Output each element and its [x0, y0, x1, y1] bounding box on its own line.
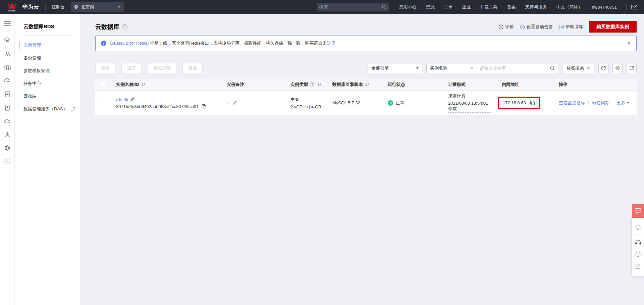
feedback-form-button[interactable]	[634, 261, 642, 271]
menu-resources[interactable]: 资源	[426, 4, 435, 10]
feedback-button[interactable]: 评价	[498, 24, 514, 30]
auto-scaling-service-icon[interactable]	[3, 63, 11, 71]
row-checkbox[interactable]	[101, 100, 101, 106]
cdn-globe-service-icon[interactable]	[3, 144, 11, 152]
customer-service-button[interactable]	[634, 237, 642, 247]
cell-private-ip: 172.16.0.63	[496, 97, 553, 109]
sidebar-item-parameter-templates[interactable]: 参数模板管理	[15, 64, 80, 77]
search-icon[interactable]	[382, 5, 386, 9]
cell-remark: --	[221, 100, 285, 105]
global-search[interactable]	[317, 3, 389, 11]
huawei-logo[interactable]: HUAWEI	[5, 3, 19, 12]
change-billing-link[interactable]: 转包周期	[592, 100, 609, 106]
divider	[45, 4, 46, 10]
edit-remark-icon[interactable]	[232, 101, 236, 105]
auto-alarm-button[interactable]: ? 设置自动告警	[520, 24, 553, 30]
divider	[613, 101, 613, 105]
cell-name-id: rds-dli 3971fd0e3bb6402aab068ef2cc80740c…	[111, 97, 221, 109]
account-name[interactable]: hw84740751	[592, 5, 617, 10]
sort-icon[interactable]	[317, 83, 322, 87]
satisfaction-survey-button[interactable]	[634, 222, 642, 232]
cell-status: 正常	[382, 100, 443, 106]
instance-name-link[interactable]: rds-dli	[116, 97, 128, 102]
beacon-service-icon[interactable]	[3, 131, 11, 139]
renew-button[interactable]: 续费	[95, 63, 115, 73]
document-service-icon[interactable]	[3, 104, 11, 112]
buy-database-instance-button[interactable]: 购买数据库实例	[589, 21, 637, 33]
search-input[interactable]	[319, 5, 382, 10]
region-label: 北京四	[81, 4, 115, 10]
batch-buttons: 续费 退订 转包周期 重启	[95, 63, 203, 73]
help-button[interactable]: ?	[634, 249, 642, 259]
col-private-ip: 内网地址	[496, 82, 553, 88]
sort-icon[interactable]	[141, 83, 146, 87]
select-all-checkbox[interactable]	[101, 82, 105, 87]
copy-id-icon[interactable]	[202, 104, 206, 109]
cloud-clock-service-icon[interactable]	[3, 117, 11, 125]
change-to-yearly-button[interactable]: 转包周期	[148, 63, 176, 73]
refresh-button[interactable]	[598, 63, 608, 73]
region-selector[interactable]: 北京四	[71, 2, 124, 12]
copy-ip-icon[interactable]	[530, 100, 535, 105]
double-chevron-down-icon	[586, 66, 590, 70]
sidebar-item-recycle-bin[interactable]: 回收站	[15, 90, 80, 103]
menu-icp[interactable]: 备案	[507, 4, 516, 10]
divider	[634, 235, 642, 235]
headset-icon	[635, 239, 641, 246]
eip-service-icon[interactable]: IP	[3, 157, 11, 165]
more-dropdown[interactable]: 更多	[616, 100, 629, 106]
sort-icon[interactable]	[365, 83, 369, 87]
sidebar-item-instance-management[interactable]: 实例管理	[15, 39, 80, 52]
service-icon-rail: IP	[0, 14, 15, 305]
page-title: 云数据库	[95, 23, 119, 31]
hamburger-menu-icon[interactable]	[4, 20, 11, 28]
chevron-down-icon	[416, 67, 419, 69]
col-billing: 计费模式	[443, 82, 496, 88]
engine-filter-select[interactable]: 全部引擎	[368, 63, 422, 73]
storage-service-icon[interactable]	[3, 77, 11, 85]
view-metrics-link[interactable]: 查看监控指标	[559, 100, 585, 106]
topbar-menu: 费用中心 资源 工单 企业 开发工具 备案 支持与服务 中文（简体） hw847…	[399, 4, 627, 10]
sidebar-item-backup-management[interactable]: 备份管理	[15, 52, 80, 64]
user-group-service-icon[interactable]	[3, 50, 11, 58]
menu-billing-center[interactable]: 费用中心	[399, 4, 417, 10]
banner-here-link[interactable]: 这里	[327, 41, 335, 46]
console-link[interactable]: 控制台	[52, 4, 65, 10]
instance-id: 3971fd0e3bb6402aab068ef2cc80740cin01	[116, 104, 199, 109]
divider	[588, 101, 589, 105]
menu-dev-tools[interactable]: 开发工具	[480, 4, 498, 10]
export-button[interactable]	[627, 63, 637, 73]
chevron-down-icon	[118, 6, 120, 8]
gaussdb-redis-link[interactable]: GaussDB(for Redis)	[110, 41, 149, 46]
search-icon[interactable]	[550, 65, 555, 71]
type-help-icon[interactable]: ?	[310, 82, 315, 87]
instance-row: rds-dli 3971fd0e3bb6402aab068ef2cc80740c…	[95, 91, 637, 115]
banner-close-icon[interactable]: ×	[627, 40, 631, 46]
edit-name-icon[interactable]	[130, 97, 135, 102]
page-help-icon[interactable]: ?	[122, 24, 127, 30]
chat-bubble-icon	[635, 208, 641, 214]
keyword-input[interactable]	[477, 66, 550, 71]
tag-search-button[interactable]: 标签搜索	[562, 63, 594, 73]
reboot-button[interactable]: 重启	[182, 63, 203, 73]
cell-billing: 按需计费 2021/08/03 13:54:01 创建	[443, 93, 496, 113]
col-remark: 实例备注	[221, 82, 285, 88]
ecs-service-icon[interactable]	[3, 37, 11, 45]
sidebar-item-task-center[interactable]: 任务中心	[15, 77, 80, 90]
menu-enterprise[interactable]: 企业	[462, 4, 471, 10]
server-doc-service-icon[interactable]	[3, 90, 11, 98]
menu-support[interactable]: 支持与服务	[525, 4, 547, 10]
menu-language[interactable]: 中文（简体）	[556, 4, 583, 10]
help-guide-button[interactable]: 帮助引导	[559, 24, 583, 30]
rds-sidebar: 云数据库RDS 实例管理 备份管理 参数模板管理 任务中心 回收站 数据管理服务…	[15, 14, 80, 305]
floating-support-widget: ?	[632, 204, 644, 276]
sidebar-item-das[interactable]: 数据管理服务（DAS）	[15, 103, 80, 115]
feedback-chat-button[interactable]	[632, 204, 644, 218]
settings-button[interactable]	[612, 63, 623, 73]
search-field-select[interactable]: 实例名称	[427, 65, 477, 71]
info-icon: i	[101, 41, 106, 46]
menu-tickets[interactable]: 工单	[444, 4, 453, 10]
messages-button[interactable]	[631, 5, 637, 9]
col-operation: 操作	[553, 82, 637, 88]
unsubscribe-button[interactable]: 退订	[121, 63, 142, 73]
